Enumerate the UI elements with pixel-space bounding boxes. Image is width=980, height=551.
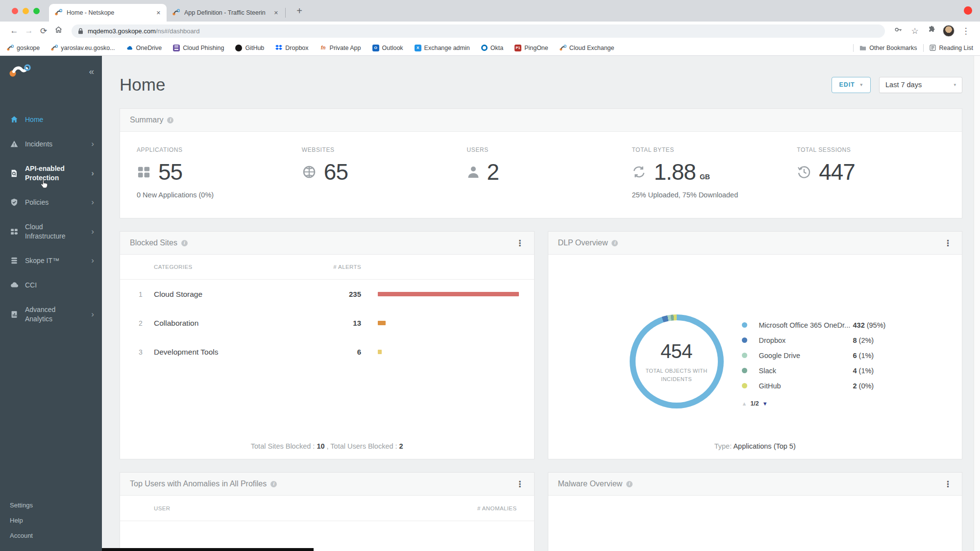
legend-item[interactable]: Dropbox 8 (2%): [742, 333, 886, 348]
legend-item[interactable]: Microsoft Office 365 OneDr... 432 (95%): [742, 317, 886, 333]
date-range-select[interactable]: Last 7 days ▾: [879, 77, 962, 93]
page-down-icon[interactable]: ▼: [762, 401, 768, 407]
bookmark-private-app[interactable]: fn Private App: [320, 45, 361, 51]
new-tab-button[interactable]: +: [293, 4, 306, 18]
sidebar: « Home Incidents › API-enabled Protectio…: [0, 56, 102, 551]
bookmark-star-icon[interactable]: ☆: [907, 26, 922, 36]
bookmark-label: PingOne: [524, 45, 548, 51]
password-key-icon[interactable]: [891, 25, 906, 36]
bookmark-label: goskope: [17, 45, 40, 51]
scrollbar-gutter[interactable]: [974, 56, 980, 551]
row-rank: 3: [139, 348, 154, 356]
home-icon[interactable]: [51, 25, 66, 36]
extensions-puzzle-icon[interactable]: [924, 25, 939, 36]
stat-value: 55: [158, 161, 182, 183]
bookmark-exchange-admin[interactable]: X Exchange admin: [415, 45, 470, 51]
sidebar-item-label: Home: [25, 115, 43, 124]
bookmark-outlook[interactable]: O Outlook: [372, 45, 403, 51]
back-icon[interactable]: ←: [7, 26, 22, 36]
legend-item[interactable]: Google Drive 6 (1%): [742, 348, 886, 363]
edit-button[interactable]: EDIT ▾: [832, 77, 871, 93]
row-rank: 1: [139, 290, 154, 298]
outlook-icon: O: [372, 45, 379, 51]
legend-percent: (1%): [859, 367, 874, 375]
forward-icon[interactable]: →: [22, 26, 36, 36]
reload-icon[interactable]: ⟳: [36, 26, 51, 36]
info-icon[interactable]: i: [270, 481, 277, 487]
bookmark-okta[interactable]: Okta: [481, 45, 503, 51]
legend-item[interactable]: Slack 4 (1%): [742, 363, 886, 378]
bookmark-yaroslav[interactable]: yaroslav.eu.gosko...: [51, 45, 115, 51]
minimize-window-button[interactable]: [23, 8, 29, 14]
blocked-sites-table-header: CATEGORIES # ALERTS: [120, 255, 534, 280]
info-icon[interactable]: i: [181, 240, 188, 246]
url-host: mqdemo3.goskope.com: [88, 27, 156, 35]
sidebar-item-policies[interactable]: Policies ›: [0, 190, 102, 215]
info-icon[interactable]: i: [167, 117, 173, 123]
page-up-icon[interactable]: ▲: [742, 401, 747, 407]
reading-list-button[interactable]: Reading List: [930, 45, 974, 51]
footer-value: 10: [317, 442, 324, 450]
info-icon[interactable]: i: [626, 481, 633, 487]
card-menu-kebab-icon[interactable]: ⋮: [516, 480, 524, 488]
donut-center-value: 454: [640, 340, 713, 362]
bookmark-github[interactable]: GitHub: [235, 45, 264, 51]
browser-profile-avatar[interactable]: [943, 25, 955, 37]
bookmark-cloud-phishing[interactable]: Cloud Phishing: [173, 45, 224, 51]
browser-tab-app-definition[interactable]: App Definition - Traffic Steerin ✕: [167, 4, 284, 22]
url-path: /ns#/dashboard: [156, 27, 200, 35]
close-window-button[interactable]: [12, 8, 18, 14]
column-anomalies: # ANOMALIES: [477, 505, 516, 511]
table-row[interactable]: 2 Collaboration 13: [120, 309, 534, 337]
info-icon[interactable]: i: [612, 240, 618, 246]
folder-icon: [859, 45, 866, 51]
bookmark-dropbox[interactable]: Dropbox: [275, 45, 308, 51]
alerts-bar: [378, 321, 386, 325]
sidebar-item-incidents[interactable]: Incidents ›: [0, 132, 102, 156]
card-menu-kebab-icon[interactable]: ⋮: [516, 239, 524, 247]
column-alerts: # ALERTS: [301, 264, 361, 270]
other-bookmarks-button[interactable]: Other Bookmarks: [859, 45, 917, 51]
dlp-donut-chart[interactable]: 454 TOTAL OBJECTS WITH INCIDENTS: [630, 314, 724, 408]
dlp-overview-card: DLP Overview i ⋮ 454 TOTAL OBJECTS WITH …: [548, 231, 963, 459]
sidebar-item-label: Advanced Analytics: [25, 305, 78, 324]
row-alert-count: 13: [301, 319, 361, 327]
cloud-infrastructure-icon: [10, 227, 19, 236]
sidebar-item-cci[interactable]: CCI: [0, 273, 102, 297]
netskope-logo[interactable]: [9, 63, 31, 80]
tab-close-icon[interactable]: ✕: [274, 10, 278, 16]
sidebar-footer: Settings Help Account: [0, 498, 102, 551]
sidebar-collapse-icon[interactable]: «: [89, 66, 94, 77]
bookmark-label: GitHub: [245, 45, 264, 51]
card-menu-kebab-icon[interactable]: ⋮: [944, 480, 952, 488]
bookmark-cloud-exchange[interactable]: Cloud Exchange: [560, 45, 614, 51]
sidebar-account-link[interactable]: Account: [10, 528, 102, 543]
browser-menu-kebab-icon[interactable]: ⋮: [958, 26, 973, 36]
table-row[interactable]: 1 Cloud Storage 235: [120, 280, 534, 309]
legend-item[interactable]: GitHub 2 (0%): [742, 378, 886, 393]
sidebar-item-label: Skope IT™: [25, 256, 59, 265]
sidebar-item-home[interactable]: Home: [0, 107, 102, 132]
netskope-favicon-icon: [172, 9, 180, 17]
sidebar-item-cloud-infrastructure[interactable]: Cloud Infrastructure ›: [0, 215, 102, 248]
sidebar-item-skope-it[interactable]: Skope IT™ ›: [0, 248, 102, 273]
lock-icon: [78, 28, 83, 34]
bookmark-pingone[interactable]: P1 PingOne: [514, 45, 548, 51]
bookmark-onedrive[interactable]: OneDrive: [126, 45, 162, 51]
card-menu-kebab-icon[interactable]: ⋮: [944, 239, 952, 247]
sidebar-settings-link[interactable]: Settings: [10, 498, 102, 513]
zoom-window-button[interactable]: [33, 8, 40, 14]
bookmark-goskope[interactable]: goskope: [7, 45, 40, 51]
sidebar-item-api-enabled-protection[interactable]: API-enabled Protection ›: [0, 156, 102, 190]
address-bar[interactable]: mqdemo3.goskope.com/ns#/dashboard: [72, 24, 885, 38]
sidebar-item-advanced-analytics[interactable]: Advanced Analytics ›: [0, 297, 102, 331]
footer-label: , Total Users Blocked :: [327, 442, 397, 450]
tab-close-icon[interactable]: ✕: [156, 10, 161, 16]
bookmark-label: yaroslav.eu.gosko...: [61, 45, 115, 51]
dlp-legend: Microsoft Office 365 OneDr... 432 (95%) …: [742, 317, 886, 393]
anomalies-table-header: USER # ANOMALIES: [120, 496, 534, 521]
browser-tab-home[interactable]: Home - Netskope ✕: [49, 4, 167, 22]
table-row[interactable]: 3 Development Tools 6: [120, 337, 534, 366]
globe-icon: [302, 165, 317, 179]
sidebar-help-link[interactable]: Help: [10, 513, 102, 528]
